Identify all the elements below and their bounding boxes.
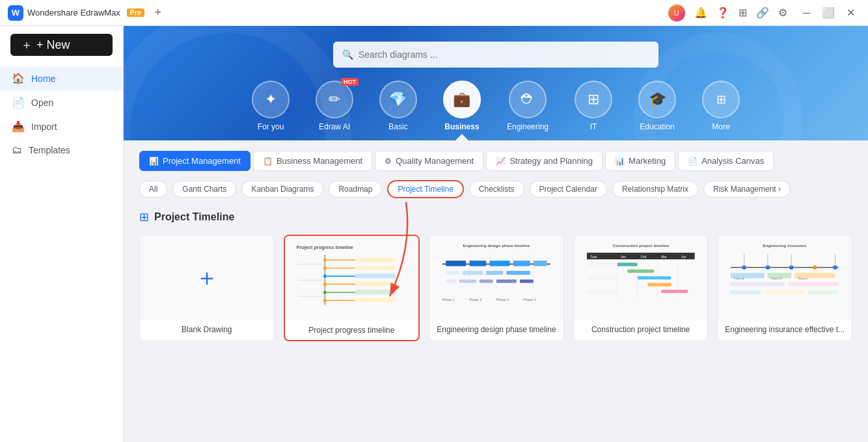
plus-icon: ＋ — [195, 262, 219, 294]
svg-rect-84 — [731, 291, 761, 294]
svg-text:Apr: Apr — [681, 255, 686, 259]
template-blank-thumbnail: ＋ — [140, 235, 274, 320]
edraw-ai-label: Edraw AI — [319, 122, 350, 131]
tabs-row: 📊 Project Management 📋 Business Manageme… — [139, 151, 852, 171]
svg-rect-35 — [459, 280, 476, 283]
filter-relationship-matrix[interactable]: Relationship Matrix — [612, 181, 698, 198]
section-title: Project Timeline — [154, 211, 234, 223]
category-business[interactable]: 💼 Business — [437, 81, 487, 140]
filter-gantt-charts[interactable]: Gantt Charts — [172, 181, 236, 198]
svg-rect-83 — [788, 282, 839, 286]
template-progress-thumbnail: Project progress timeline — [285, 236, 419, 320]
business-label: Business — [444, 122, 479, 131]
tab-strategy-planning[interactable]: 📈 Strategy and Planning — [486, 151, 603, 171]
sidebar-home-label: Home — [31, 73, 55, 84]
filter-kanban-diagrams[interactable]: Kanban Diagrams — [241, 181, 323, 198]
category-more[interactable]: ⊞ More — [696, 81, 746, 140]
engineering-label: Engineering — [507, 122, 549, 131]
sidebar-import-label: Import — [31, 122, 57, 132]
settings-icon[interactable]: ⚙ — [778, 6, 787, 19]
svg-text:Phase C: Phase C — [798, 277, 809, 280]
category-for-you[interactable]: ✦ For you — [245, 81, 296, 140]
template-progress-label: Project progress timeline — [285, 320, 419, 340]
svg-text:Mar: Mar — [661, 255, 667, 259]
sidebar-item-import[interactable]: 📥 Import — [0, 114, 123, 138]
tab-analysis-canvas[interactable]: 📄 Analysis Canvas — [678, 151, 774, 171]
sidebar-item-open[interactable]: 📄 Open — [0, 90, 123, 114]
tab-business-management[interactable]: 📋 Business Management — [253, 151, 372, 171]
svg-point-16 — [323, 299, 326, 302]
tab-qm-label: Quality Management — [396, 156, 474, 166]
filter-checklists[interactable]: Checklists — [469, 181, 524, 198]
svg-text:Engineering insurance: Engineering insurance — [763, 243, 807, 248]
template-insurance-thumbnail: Engineering insurance — [718, 235, 852, 320]
svg-text:Construction project timeline: Construction project timeline — [612, 243, 669, 248]
tab-sp-label: Strategy and Planning — [509, 156, 593, 166]
sidebar-item-templates[interactable]: 🗂 Templates — [0, 138, 123, 162]
svg-text:Task: Task — [590, 255, 597, 259]
template-blank[interactable]: ＋ Blank Drawing — [139, 235, 275, 341]
it-icon: ⊞ — [575, 81, 612, 118]
templates-icon: 🗂 — [12, 144, 22, 156]
svg-rect-18 — [355, 265, 396, 270]
template-construction-thumbnail: Construction project timeline Task Jan F… — [574, 235, 708, 320]
grid-icon[interactable]: ⊞ — [739, 6, 747, 19]
help-icon[interactable]: ❓ — [716, 6, 729, 19]
category-engineering[interactable]: ⛑ Engineering — [500, 81, 555, 140]
filter-risk-management[interactable]: Risk Management › — [703, 181, 791, 198]
svg-rect-86 — [808, 291, 839, 294]
svg-rect-82 — [731, 282, 785, 286]
svg-point-14 — [323, 283, 326, 286]
tab-marketing[interactable]: 📊 Marketing — [605, 151, 675, 171]
content-area: 📊 Project Management 📋 Business Manageme… — [124, 140, 868, 442]
insurance-thumb-svg: Engineering insurance — [723, 240, 847, 315]
template-construction[interactable]: Construction project timeline Task Jan F… — [573, 235, 709, 341]
svg-rect-31 — [463, 271, 483, 275]
add-tab-button[interactable]: + — [155, 6, 162, 20]
filter-roadmap[interactable]: Roadmap — [329, 181, 382, 198]
minimize-button[interactable]: ─ — [798, 5, 815, 20]
tab-quality-management[interactable]: ⚙ Quality Management — [375, 151, 483, 171]
template-engineering-insurance[interactable]: Engineering insurance — [717, 235, 852, 341]
template-eng-design-thumbnail: Engineering design phase timeline — [429, 235, 563, 320]
category-it[interactable]: ⊞ IT — [568, 81, 619, 140]
filter-all[interactable]: All — [139, 181, 167, 198]
tab-mkt-label: Marketing — [629, 156, 666, 166]
tab-mkt-icon: 📊 — [615, 157, 625, 166]
svg-rect-57 — [627, 270, 654, 273]
close-button[interactable]: ✕ — [841, 5, 860, 20]
svg-point-73 — [813, 265, 817, 269]
for-you-icon: ✦ — [252, 81, 290, 118]
share-icon[interactable]: 🔗 — [756, 6, 769, 19]
template-engineering-design[interactable]: Engineering design phase timeline — [429, 235, 564, 341]
category-edraw-ai[interactable]: HOT ✏ Edraw AI — [309, 81, 360, 140]
svg-text:Phase 3: Phase 3 — [496, 298, 509, 302]
svg-text:Engineering design phase timel: Engineering design phase timeline — [463, 243, 530, 248]
svg-text:Project progress timeline: Project progress timeline — [296, 244, 353, 250]
tab-ac-label: Analysis Canvas — [701, 156, 764, 166]
filter-project-timeline[interactable]: Project Timeline — [387, 180, 463, 198]
svg-rect-55 — [617, 263, 637, 266]
svg-rect-29 — [534, 261, 547, 266]
svg-rect-17 — [355, 257, 396, 262]
avatar[interactable]: U — [668, 5, 685, 21]
svg-point-13 — [323, 274, 326, 278]
new-button[interactable]: ＋ + New — [10, 34, 113, 56]
search-input[interactable] — [359, 49, 649, 60]
notification-icon[interactable]: 🔔 — [694, 6, 707, 19]
app-body: ＋ + New 🏠 Home 📄 Open 📥 Import 🗂 Templat… — [0, 26, 868, 442]
category-education[interactable]: 🎓 Education — [632, 81, 683, 140]
user-avatar[interactable]: U — [668, 5, 685, 21]
filter-project-calendar[interactable]: Project Calendar — [530, 181, 607, 198]
home-icon: 🏠 — [12, 72, 25, 84]
svg-rect-21 — [355, 290, 396, 294]
svg-text:Phase A: Phase A — [734, 277, 744, 280]
svg-rect-32 — [486, 271, 503, 275]
engineering-icon: ⛑ — [509, 81, 547, 118]
svg-point-12 — [323, 266, 326, 270]
sidebar-item-home[interactable]: 🏠 Home — [0, 66, 123, 90]
template-project-progress[interactable]: Project progress timeline — [284, 235, 420, 341]
maximize-button[interactable]: ⬜ — [817, 5, 840, 20]
category-basic[interactable]: 💎 Basic — [373, 81, 424, 140]
tab-project-management[interactable]: 📊 Project Management — [139, 151, 251, 171]
